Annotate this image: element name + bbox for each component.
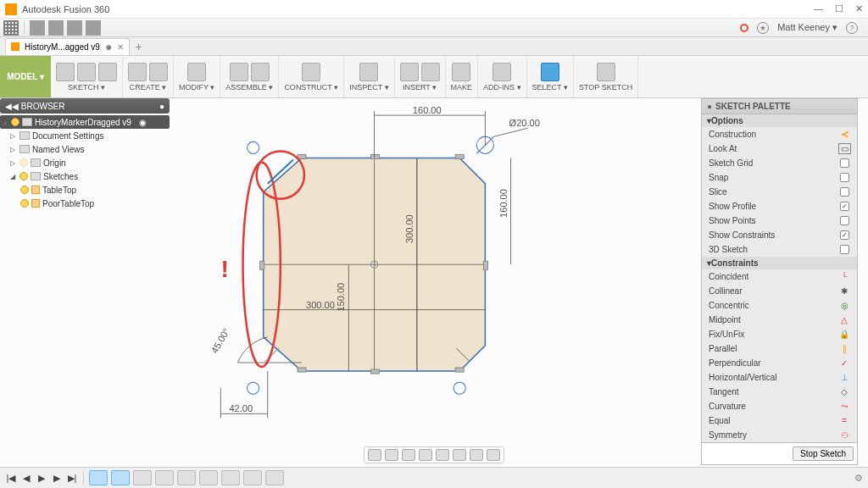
user-name[interactable]: Matt Keeney ▾	[777, 22, 837, 33]
palette-option-sketch-grid[interactable]: Sketch Grid	[702, 156, 857, 170]
palette-option--d-sketch[interactable]: 3D Sketch	[702, 242, 857, 257]
timeline-feature[interactable]	[199, 470, 218, 485]
timeline-settings-icon[interactable]: ⚙	[854, 473, 863, 484]
redo-icon[interactable]	[86, 20, 101, 36]
browser-sketch-poortabletop[interactable]: PoorTableTop	[0, 197, 170, 210]
fit-icon[interactable]	[436, 449, 449, 461]
timeline-feature[interactable]	[111, 470, 130, 485]
browser-root[interactable]: ◢ HistoryMarkerDragged v9 ◉	[0, 115, 170, 129]
undo-icon[interactable]	[67, 20, 82, 36]
constraint-collinear[interactable]: Collinear✱	[702, 284, 857, 298]
palette-option-snap[interactable]: Snap	[702, 170, 857, 185]
extrude-icon[interactable]	[128, 63, 147, 81]
constraint-horizontal-vertical[interactable]: Horizontal/Vertical⊥	[702, 370, 857, 385]
visibility-bulb-icon[interactable]	[20, 199, 29, 208]
grid-settings-icon[interactable]	[470, 449, 483, 461]
press-pull-icon[interactable]	[187, 63, 206, 81]
constraint-concentric[interactable]: Concentric◎	[702, 298, 857, 313]
insert-icon[interactable]	[400, 63, 419, 81]
zoom-icon[interactable]	[419, 449, 432, 461]
checkbox[interactable]	[840, 202, 849, 211]
joint-icon[interactable]	[230, 63, 248, 81]
constraint-symmetry[interactable]: Symmetry⦵	[702, 428, 857, 442]
palette-option-show-profile[interactable]: Show Profile	[702, 199, 857, 214]
look-at-icon[interactable]	[385, 449, 398, 461]
timeline-feature[interactable]	[133, 470, 152, 485]
timeline-end[interactable]: ▶|	[66, 473, 78, 484]
palette-section-options[interactable]: ▾ Options	[702, 114, 857, 127]
palette-header[interactable]: ●SKETCH PALETTE	[702, 99, 857, 114]
visibility-bulb-icon[interactable]	[11, 118, 19, 126]
window-minimize[interactable]: —	[814, 3, 823, 14]
measure-icon[interactable]	[359, 63, 378, 81]
workspace-switcher[interactable]: MODEL ▾	[0, 56, 51, 97]
stop-sketch-icon[interactable]	[597, 63, 615, 81]
orbit-icon[interactable]	[368, 449, 381, 461]
palette-option-show-points[interactable]: Show Points	[702, 214, 857, 228]
decal-icon[interactable]	[421, 63, 440, 81]
revolve-icon[interactable]	[149, 63, 168, 81]
save-icon[interactable]	[48, 20, 64, 36]
browser-item-origin[interactable]: ▷Origin	[0, 156, 170, 169]
browser-item-named-views[interactable]: ▷Named Views	[0, 142, 170, 156]
timeline-play[interactable]: ▶	[36, 473, 47, 484]
rectangle-icon[interactable]	[77, 63, 96, 81]
timeline-feature[interactable]	[177, 470, 196, 485]
constraint-tangent[interactable]: Tangent◇	[702, 385, 857, 399]
constraint-midpoint[interactable]: Midpoint△	[702, 313, 857, 327]
plane-icon[interactable]	[302, 63, 320, 81]
palette-section-constraints[interactable]: ▾ Constraints	[702, 257, 857, 269]
sketch-canvas[interactable]: 160.00 Ø20.00 160.00 300.00 300.00 150.0…	[170, 98, 698, 457]
make-icon[interactable]	[452, 63, 470, 81]
constraint-parallel[interactable]: Parallel∥	[702, 341, 857, 356]
constraint-fix-unfix[interactable]: Fix/UnFix🔒	[702, 327, 857, 341]
window-close[interactable]: ✕	[855, 3, 863, 14]
timeline-prev[interactable]: ◀	[20, 473, 32, 484]
arc-icon[interactable]	[98, 63, 117, 81]
constraint-curvature[interactable]: Curvature⤳	[702, 399, 857, 413]
stop-sketch-button[interactable]: Stop Sketch	[793, 446, 854, 461]
document-tab[interactable]: HistoryM...agged v9 ● ✕	[5, 38, 130, 55]
checkbox[interactable]	[840, 158, 849, 168]
constraint-perpendicular[interactable]: Perpendicular✓	[702, 356, 857, 370]
browser-item-sketches[interactable]: ◢Sketches	[0, 169, 170, 183]
create-sketch-icon[interactable]	[56, 63, 75, 81]
addins-icon[interactable]	[492, 63, 511, 81]
visibility-bulb-icon[interactable]	[19, 172, 28, 180]
palette-option-show-constraints[interactable]: Show Constraints	[702, 228, 857, 242]
pan-icon[interactable]	[402, 449, 415, 461]
checkbox[interactable]	[840, 216, 849, 225]
checkbox[interactable]	[840, 245, 849, 254]
checkbox[interactable]	[840, 187, 849, 197]
timeline-start[interactable]: |◀	[5, 473, 17, 484]
palette-option-slice[interactable]: Slice	[702, 185, 857, 199]
constraint-equal[interactable]: Equal=	[702, 413, 857, 428]
new-tab-button[interactable]: +	[135, 40, 142, 53]
select-icon[interactable]	[541, 63, 559, 81]
window-maximize[interactable]: ☐	[835, 3, 843, 14]
file-menu-icon[interactable]	[30, 20, 45, 36]
browser-item-document-settings[interactable]: ▷Document Settings	[0, 129, 170, 142]
checkbox[interactable]	[840, 173, 849, 182]
palette-option-look-at[interactable]: Look At▭	[702, 141, 857, 156]
constraint-coincident[interactable]: Coincident└	[702, 269, 857, 284]
visibility-bulb-icon[interactable]	[19, 158, 28, 167]
job-status-icon[interactable]	[740, 24, 748, 32]
timeline-next[interactable]: ▶	[51, 473, 63, 484]
assemble-icon[interactable]	[251, 63, 270, 81]
extensions-icon[interactable]: ★	[757, 22, 769, 34]
help-icon[interactable]: ?	[846, 22, 858, 34]
checkbox[interactable]	[840, 230, 849, 240]
data-panel-icon[interactable]	[3, 20, 19, 36]
browser-sketch-tabletop[interactable]: TableTop	[0, 183, 170, 197]
palette-option-construction[interactable]: Construction≺	[702, 127, 857, 141]
timeline-feature[interactable]	[155, 470, 174, 485]
viewport-icon[interactable]	[487, 449, 500, 461]
timeline-feature[interactable]	[89, 470, 108, 485]
tab-close-icon[interactable]: ✕	[117, 42, 124, 52]
visibility-bulb-icon[interactable]	[20, 186, 29, 194]
timeline-feature[interactable]	[221, 470, 240, 485]
timeline-feature[interactable]	[265, 470, 284, 485]
display-settings-icon[interactable]	[453, 449, 466, 461]
browser-header[interactable]: ◀◀ BROWSER ●	[0, 98, 170, 114]
